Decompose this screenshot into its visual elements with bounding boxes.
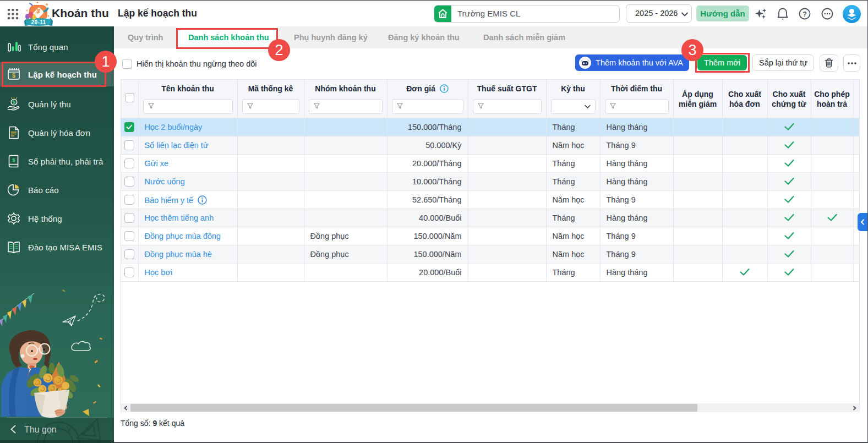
svg-text:20-11: 20-11 (31, 19, 46, 25)
svg-text:?: ? (803, 10, 807, 18)
svg-text:$: $ (12, 157, 15, 163)
svg-text:$: $ (13, 100, 15, 105)
